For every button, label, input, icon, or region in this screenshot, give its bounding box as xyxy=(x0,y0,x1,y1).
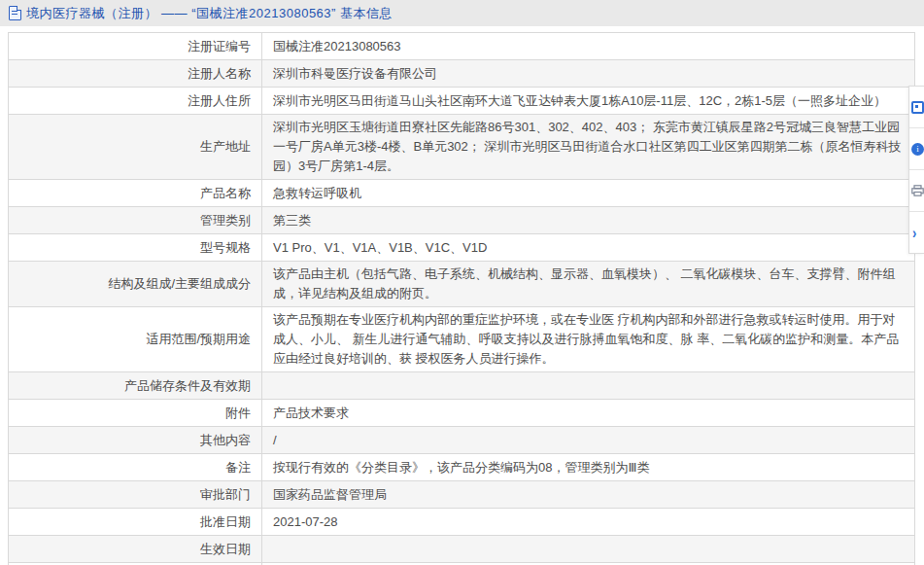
row-label: 结构及组成/主要组成成分 xyxy=(9,262,262,307)
table-row: 注册人名称深圳市科曼医疗设备有限公司 xyxy=(9,60,915,88)
chevron-right-icon: › xyxy=(912,225,916,241)
table-row: 管理类别第三类 xyxy=(9,207,915,234)
table-row: 生效日期 xyxy=(9,536,915,563)
row-label: 产品名称 xyxy=(9,180,262,207)
row-label: 其他内容 xyxy=(9,427,262,454)
page-title: 境内医疗器械（注册） —— “国械注准20213080563” 基本信息 xyxy=(26,5,393,22)
title-bar: 境内医疗器械（注册） —— “国械注准20213080563” 基本信息 xyxy=(0,0,924,26)
service-button[interactable]: i xyxy=(909,127,924,169)
collapse-panel-button[interactable]: › xyxy=(909,211,924,253)
row-label: 产品储存条件及有效期 xyxy=(9,372,262,400)
service-icon: i xyxy=(911,143,924,156)
registration-table-body: 注册证编号国械注准20213080563注册人名称深圳市科曼医疗设备有限公司注册… xyxy=(9,33,915,565)
row-label: 生效日期 xyxy=(9,536,262,563)
row-value: 该产品预期在专业医疗机构内部的重症监护环境，或在专业医 疗机构内部和外部进行急救… xyxy=(262,307,915,372)
row-value: / xyxy=(262,427,915,454)
row-label: 注册人住所 xyxy=(9,88,262,115)
print-button[interactable] xyxy=(909,169,924,211)
table-row: 审批部门国家药品监督管理局 xyxy=(9,481,915,509)
table-row: 生产地址深圳市光明区玉塘街道田寮社区先能路86号301、302、402、403；… xyxy=(9,115,915,180)
row-value: 第三类 xyxy=(262,207,915,234)
row-value: 该产品由主机（包括气路、电子系统、机械结构、显示器、血氧模块）、 二氧化碳模块、… xyxy=(262,262,915,307)
table-row: 结构及组成/主要组成成分该产品由主机（包括气路、电子系统、机械结构、显示器、血氧… xyxy=(9,262,915,307)
printer-icon xyxy=(911,185,924,196)
row-value: 深圳市光明区玉塘街道田寮社区先能路86号301、302、402、403； 东莞市… xyxy=(262,115,915,180)
row-label: 审批部门 xyxy=(9,481,262,509)
table-row: 产品储存条件及有效期 xyxy=(9,372,915,400)
row-label: 注册证编号 xyxy=(9,33,262,60)
row-label: 生产地址 xyxy=(9,115,262,180)
document-icon xyxy=(9,6,21,20)
row-value: 按现行有效的《分类目录》，该产品分类编码为08，管理类别为Ⅲ类 xyxy=(262,454,915,481)
feedback-button[interactable] xyxy=(909,87,924,127)
row-value: 国械注准20213080563 xyxy=(262,33,915,60)
table-row: 其他内容/ xyxy=(9,427,915,454)
floating-action-panel: i › xyxy=(908,86,924,254)
feedback-icon xyxy=(911,101,924,114)
row-value: 国家药品监督管理局 xyxy=(262,481,915,509)
row-label: 注册人名称 xyxy=(9,60,262,88)
row-value xyxy=(262,372,915,400)
row-value: 深圳市光明区马田街道马山头社区南环大道飞亚达钟表大厦1栋A10层-11层、12C… xyxy=(262,88,915,115)
row-label: 型号规格 xyxy=(9,234,262,262)
row-value: V1 Pro、V1、V1A、V1B、V1C、V1D xyxy=(262,234,915,262)
row-value: 急救转运呼吸机 xyxy=(262,180,915,207)
row-label: 管理类别 xyxy=(9,207,262,234)
row-label: 备注 xyxy=(9,454,262,481)
row-label: 适用范围/预期用途 xyxy=(9,307,262,372)
row-value xyxy=(262,536,915,563)
table-row: 备注按现行有效的《分类目录》，该产品分类编码为08，管理类别为Ⅲ类 xyxy=(9,454,915,481)
table-row: 批准日期2021-07-28 xyxy=(9,509,915,536)
table-row: 注册人住所深圳市光明区马田街道马山头社区南环大道飞亚达钟表大厦1栋A10层-11… xyxy=(9,88,915,115)
registration-info-table: 注册证编号国械注准20213080563注册人名称深圳市科曼医疗设备有限公司注册… xyxy=(8,32,915,565)
table-row: 型号规格V1 Pro、V1、V1A、V1B、V1C、V1D xyxy=(9,234,915,262)
row-value: 产品技术要求 xyxy=(262,400,915,427)
table-row: 附件产品技术要求 xyxy=(9,400,915,427)
table-row: 注册证编号国械注准20213080563 xyxy=(9,33,915,60)
table-row: 适用范围/预期用途该产品预期在专业医疗机构内部的重症监护环境，或在专业医 疗机构… xyxy=(9,307,915,372)
row-value: 深圳市科曼医疗设备有限公司 xyxy=(262,60,915,88)
row-value: 2021-07-28 xyxy=(262,509,915,536)
row-label: 批准日期 xyxy=(9,509,262,536)
table-row: 产品名称急救转运呼吸机 xyxy=(9,180,915,207)
row-label: 附件 xyxy=(9,400,262,427)
